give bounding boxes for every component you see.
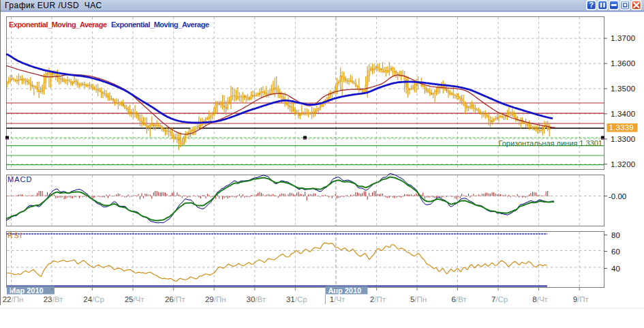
svg-text:Exponential_Moving_Average: Exponential_Moving_Average: [111, 20, 209, 29]
svg-text:1.3700: 1.3700: [611, 34, 635, 42]
svg-text:8/Чт: 8/Чт: [532, 295, 548, 303]
svg-text:1.3400: 1.3400: [611, 110, 635, 118]
svg-text:22/Пн: 22/Пн: [3, 295, 24, 303]
svg-text:Exponential_Moving_Average: Exponential_Moving_Average: [9, 20, 107, 29]
svg-text:2/Пт: 2/Пт: [370, 295, 386, 303]
svg-text:RSI: RSI: [7, 231, 22, 239]
svg-text:31/Ср: 31/Ср: [286, 295, 307, 303]
svg-text:30/Вт: 30/Вт: [247, 295, 266, 303]
svg-text:График EUR /USD ЧАС: График EUR /USD ЧАС: [5, 1, 102, 10]
svg-text:Мар 2010: Мар 2010: [10, 286, 44, 295]
svg-text:1.3339: 1.3339: [609, 123, 634, 132]
svg-text:1.3500: 1.3500: [611, 85, 635, 93]
svg-text:1.3200: 1.3200: [611, 160, 635, 168]
svg-text:60: 60: [611, 248, 620, 256]
svg-text:40: 40: [611, 265, 620, 273]
svg-text:29/Пн: 29/Пн: [205, 295, 226, 303]
svg-text:26/Пт: 26/Пт: [165, 295, 185, 303]
svg-text:?: ?: [589, 1, 594, 9]
svg-text:6/Вт: 6/Вт: [451, 295, 467, 303]
svg-text:Горизонтальная линия 1.3301: Горизонтальная линия 1.3301: [498, 139, 602, 147]
svg-text:25/Чт: 25/Чт: [125, 295, 145, 303]
svg-text:80: 80: [611, 231, 620, 239]
svg-text:-0.00: -0.00: [609, 192, 626, 200]
svg-text:23/Вт: 23/Вт: [44, 295, 63, 303]
svg-text:1.3600: 1.3600: [611, 59, 635, 68]
svg-text:5/Пн: 5/Пн: [410, 295, 427, 303]
svg-text:Апр 2010: Апр 2010: [328, 286, 361, 295]
svg-text:24/Ср: 24/Ср: [83, 295, 104, 303]
svg-text:1.3300: 1.3300: [611, 135, 635, 143]
svg-text:MACD: MACD: [7, 175, 32, 183]
svg-text:9/Пт: 9/Пт: [573, 295, 589, 303]
svg-text:1/Чт: 1/Чт: [330, 295, 346, 303]
svg-text:7/Ср: 7/Ср: [491, 295, 508, 303]
